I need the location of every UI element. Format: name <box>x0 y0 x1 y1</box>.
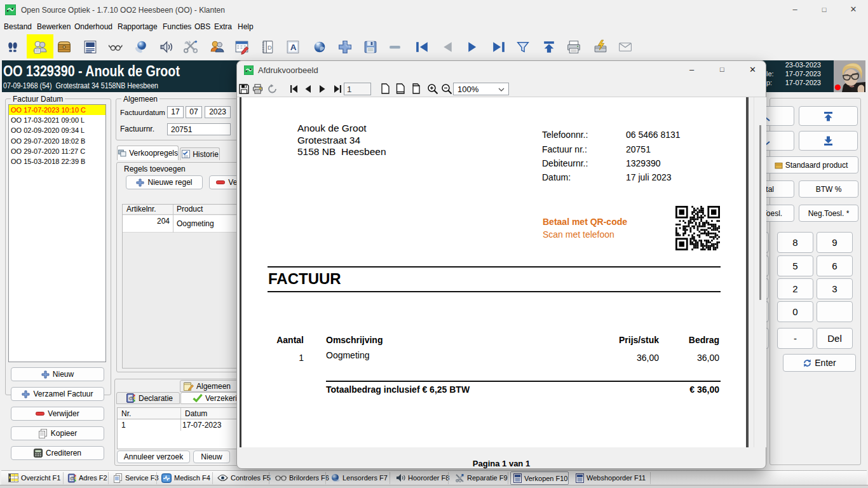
svg-text:@: @ <box>70 475 75 480</box>
svg-text:A: A <box>290 43 297 52</box>
svg-text:D: D <box>268 44 272 51</box>
svg-text:@: @ <box>128 395 133 401</box>
